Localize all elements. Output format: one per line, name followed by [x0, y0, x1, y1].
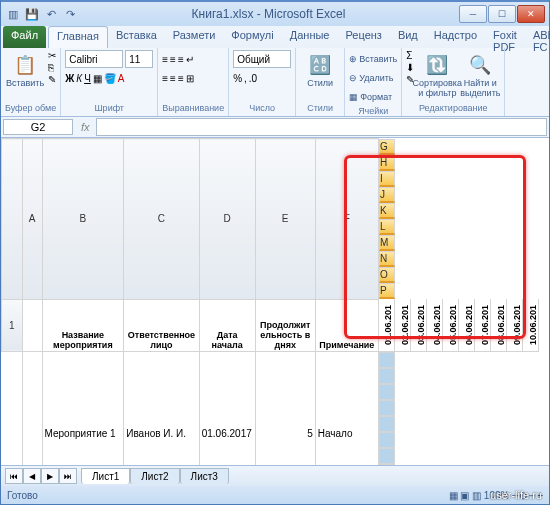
name-box[interactable]: G2	[3, 119, 73, 135]
cell[interactable]	[379, 448, 395, 464]
underline-button[interactable]: Ч	[84, 73, 91, 84]
cell[interactable]: 01.06.201	[378, 299, 395, 351]
cell[interactable]: 09.06.201	[507, 299, 523, 351]
ribbon-tab[interactable]: ABBYY FC	[525, 26, 550, 48]
formula-input[interactable]	[96, 118, 547, 136]
col-header[interactable]: M	[379, 235, 395, 251]
ribbon-tab[interactable]: Файл	[3, 26, 46, 48]
cell[interactable]: 10.06.201	[523, 299, 539, 351]
cell[interactable]: 02.06.201	[395, 299, 411, 351]
cell[interactable]: 07.06.201	[475, 299, 491, 351]
cell[interactable]: Мероприятие 1	[42, 351, 124, 465]
cell[interactable]: Продолжит ельность в днях	[255, 299, 315, 351]
italic-button[interactable]: К	[76, 73, 82, 84]
numfmt-select[interactable]: Общий	[233, 50, 291, 68]
nav-first[interactable]: ⏮	[5, 468, 23, 484]
cell[interactable]: Дата начала	[199, 299, 255, 351]
redo-icon[interactable]: ↷	[62, 6, 78, 22]
cell[interactable]	[379, 464, 395, 466]
fx-icon[interactable]: fx	[75, 121, 96, 133]
brush-icon[interactable]: ✎	[48, 74, 56, 85]
row-header[interactable]: 1	[2, 299, 23, 351]
cell[interactable]: 03.06.201	[411, 299, 427, 351]
ribbon-tab[interactable]: Вид	[390, 26, 426, 48]
nav-prev[interactable]: ◀	[23, 468, 41, 484]
watermark: user-life.ru	[490, 489, 542, 501]
row-header-empty[interactable]	[22, 351, 42, 465]
cell[interactable]	[22, 299, 42, 351]
cell[interactable]: 05.06.201	[443, 299, 459, 351]
col-header[interactable]: J	[379, 187, 395, 203]
worksheet[interactable]: ABCDEFGHIJKLMNOP1Название мероприятияОтв…	[1, 138, 549, 465]
col-header[interactable]: O	[379, 267, 395, 283]
cell[interactable]: 06.06.201	[459, 299, 475, 351]
col-header[interactable]: P	[379, 283, 395, 299]
ribbon-tab[interactable]: Данные	[282, 26, 338, 48]
cell[interactable]	[379, 432, 395, 448]
paste-button[interactable]: 📋Вставить	[5, 50, 45, 91]
col-header[interactable]: B	[42, 139, 124, 300]
col-header[interactable]: C	[124, 139, 199, 300]
cell[interactable]	[379, 368, 395, 384]
cell[interactable]	[379, 352, 395, 368]
nav-next[interactable]: ▶	[41, 468, 59, 484]
ribbon-tab[interactable]: Надстро	[426, 26, 485, 48]
col-header[interactable]: G	[379, 139, 395, 155]
sheet-tab[interactable]: Лист1	[81, 468, 130, 484]
cell[interactable]: Примечание	[315, 299, 378, 351]
ribbon-tab[interactable]: Foxit PDF	[485, 26, 525, 48]
ribbon-tab[interactable]: Формулі	[223, 26, 281, 48]
status-bar: Готово▦ ▣ ▥ 100% ─⊙─ +	[1, 486, 549, 504]
sort-button[interactable]: 🔃Сортировка и фильтр	[417, 50, 457, 101]
ribbon-tab[interactable]: Главная	[48, 26, 108, 48]
cut-icon[interactable]: ✂	[48, 50, 56, 61]
maximize-button[interactable]: ☐	[488, 5, 516, 23]
col-header[interactable]: L	[379, 219, 395, 235]
cell[interactable]: Ответственное лицо	[124, 299, 199, 351]
col-header[interactable]: A	[22, 139, 42, 300]
col-header[interactable]: I	[379, 171, 395, 187]
copy-icon[interactable]: ⎘	[48, 62, 56, 73]
undo-icon[interactable]: ↶	[43, 6, 59, 22]
col-header[interactable]: D	[199, 139, 255, 300]
minimize-button[interactable]: ─	[459, 5, 487, 23]
cell[interactable]: Начало	[315, 351, 378, 465]
font-select[interactable]: Calibri	[65, 50, 123, 68]
ribbon-tab[interactable]: Размети	[165, 26, 224, 48]
cell[interactable]	[379, 400, 395, 416]
cell[interactable]: 01.06.2017	[199, 351, 255, 465]
cell[interactable]: Иванов И. И.	[124, 351, 199, 465]
cell[interactable]: 5	[255, 351, 315, 465]
size-select[interactable]: 11	[125, 50, 153, 68]
col-header[interactable]: F	[315, 139, 378, 300]
col-header[interactable]: E	[255, 139, 315, 300]
close-button[interactable]: ✕	[517, 5, 545, 23]
cell[interactable]: 04.06.201	[427, 299, 443, 351]
fill-icon[interactable]: 🪣	[104, 73, 116, 84]
sheet-tab[interactable]: Лист3	[180, 468, 229, 484]
ribbon-tab[interactable]: Вставка	[108, 26, 165, 48]
nav-last[interactable]: ⏭	[59, 468, 77, 484]
border-icon[interactable]: ▦	[93, 73, 102, 84]
col-header[interactable]: H	[379, 155, 395, 171]
col-header[interactable]: N	[379, 251, 395, 267]
format-button[interactable]: ▦ Формат	[349, 88, 397, 106]
save-icon[interactable]: 💾	[24, 6, 40, 22]
cell[interactable]	[379, 416, 395, 432]
window-title: Книга1.xlsx - Microsoft Excel	[78, 7, 459, 21]
styles-button[interactable]: 🔠Стили	[300, 50, 340, 91]
color-icon[interactable]: A	[118, 73, 125, 84]
select-all[interactable]	[2, 139, 23, 300]
sheet-tab[interactable]: Лист2	[130, 468, 179, 484]
delete-button[interactable]: ⊖ Удалить	[349, 69, 397, 87]
cell[interactable]: 08.06.201	[491, 299, 507, 351]
cell[interactable]	[379, 384, 395, 400]
bold-button[interactable]: Ж	[65, 73, 74, 84]
col-header[interactable]: K	[379, 203, 395, 219]
formula-bar: G2 fx	[1, 117, 549, 138]
cell[interactable]: Название мероприятия	[42, 299, 124, 351]
ribbon-tab[interactable]: Реценз	[337, 26, 389, 48]
sheet-tabs: ⏮◀▶⏭ Лист1Лист2Лист3	[1, 465, 549, 486]
insert-button[interactable]: ⊕ Вставить	[349, 50, 397, 68]
find-button[interactable]: 🔍Найти и выделить	[460, 50, 500, 101]
